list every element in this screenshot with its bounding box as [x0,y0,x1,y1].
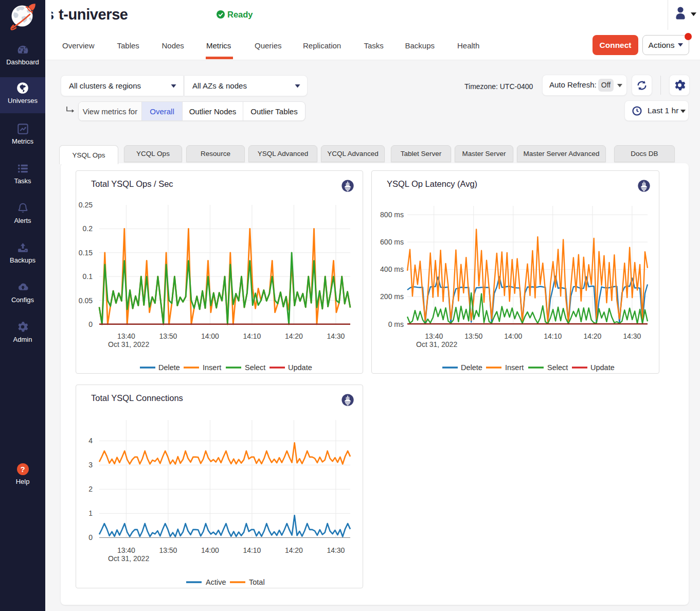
svg-text:Total: Total [249,578,265,586]
svg-text:0.05: 0.05 [79,296,93,305]
svg-text:0.25: 0.25 [79,201,93,209]
svg-text:Update: Update [590,363,615,372]
svg-text:14:10: 14:10 [544,332,562,340]
svg-text:Active: Active [206,578,226,586]
svg-text:13:50: 13:50 [159,546,177,554]
svg-text:13:50: 13:50 [159,332,177,340]
svg-text:14:30: 14:30 [623,332,641,340]
svg-text:Oct 31, 2022: Oct 31, 2022 [416,340,457,348]
svg-text:0.2: 0.2 [83,224,93,233]
svg-text:200 ms: 200 ms [380,292,404,301]
svg-text:14:20: 14:20 [583,332,601,340]
svg-text:14:30: 14:30 [327,546,345,554]
svg-text:Delete: Delete [461,363,482,372]
svg-text:14:10: 14:10 [243,546,261,554]
svg-text:14:20: 14:20 [285,546,303,554]
svg-text:Oct 31, 2022: Oct 31, 2022 [108,554,149,563]
svg-text:13:40: 13:40 [425,332,443,340]
svg-text:13:40: 13:40 [117,546,135,554]
svg-text:400 ms: 400 ms [380,265,404,273]
svg-text:Select: Select [245,363,265,372]
svg-text:Oct 31, 2022: Oct 31, 2022 [108,340,149,348]
svg-text:14:30: 14:30 [327,332,345,340]
svg-text:13:40: 13:40 [117,332,135,340]
svg-text:14:00: 14:00 [201,546,219,554]
svg-text:Insert: Insert [203,363,221,372]
svg-text:0: 0 [88,320,93,328]
svg-text:4: 4 [88,437,93,445]
svg-text:Delete: Delete [158,363,180,372]
svg-text:14:10: 14:10 [243,332,261,340]
svg-text:0 ms: 0 ms [388,320,404,328]
svg-text:600 ms: 600 ms [380,238,404,246]
svg-text:14:00: 14:00 [201,332,219,340]
svg-text:2: 2 [88,485,93,493]
svg-text:0.15: 0.15 [79,249,93,257]
svg-text:3: 3 [88,461,93,469]
svg-text:13:50: 13:50 [464,332,482,340]
svg-text:1: 1 [88,509,93,517]
svg-text:0.1: 0.1 [83,272,93,281]
svg-text:Select: Select [547,363,568,372]
svg-text:800 ms: 800 ms [380,211,404,219]
svg-text:14:00: 14:00 [504,332,522,340]
svg-text:0: 0 [88,533,93,542]
svg-text:14:20: 14:20 [285,332,303,340]
svg-text:Insert: Insert [505,363,524,372]
svg-text:Update: Update [288,363,312,372]
